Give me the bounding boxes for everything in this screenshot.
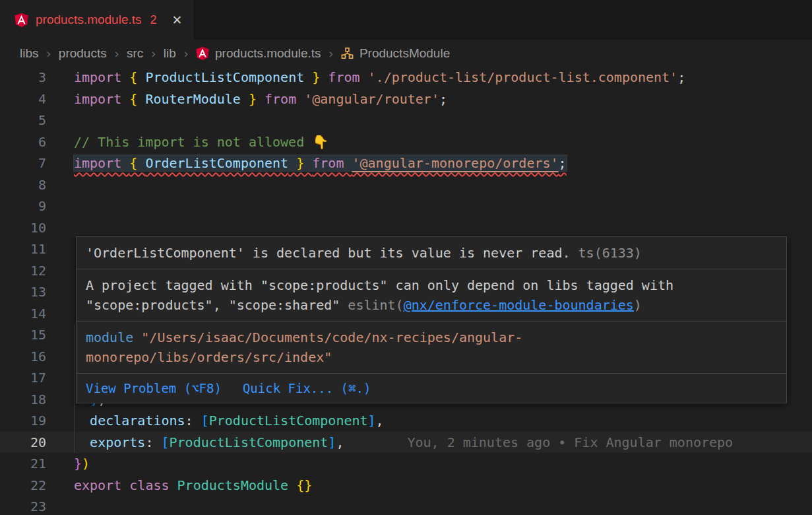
code-token: {: [129, 69, 145, 85]
breadcrumb-item-products-module-ts[interactable]: products.module.ts: [196, 46, 321, 61]
breadcrumb-item-src[interactable]: src: [127, 46, 143, 61]
code-token: exports: [90, 434, 145, 450]
hover-popup: 'OrderListComponent' is declared but its…: [76, 236, 787, 403]
code-content: [74, 195, 812, 217]
line-number[interactable]: 19: [0, 410, 46, 432]
line-number[interactable]: 22: [0, 475, 46, 497]
code-line-8[interactable]: 8: [0, 174, 812, 196]
tab-products-module[interactable]: products.module.ts 2 ✕: [0, 0, 195, 40]
close-icon[interactable]: ✕: [172, 13, 183, 27]
code-content: declarations: [ProductListComponent],: [74, 410, 812, 432]
code-line-21[interactable]: 21}): [0, 453, 812, 475]
hover-message-typescript: 'OrderListComponent' is declared but its…: [77, 237, 786, 269]
line-number[interactable]: 12: [0, 260, 46, 282]
code-token: ,: [376, 413, 384, 429]
editor: 3import { ProductListComponent } from '.…: [0, 67, 812, 515]
code-line-20[interactable]: 20 exports: [ProductListComponent],You, …: [0, 432, 812, 454]
line-number[interactable]: 6: [0, 131, 46, 153]
line-number[interactable]: 21: [0, 453, 46, 475]
indent-guide: [74, 432, 75, 454]
code-token: [74, 434, 90, 450]
hover-text: eslint(: [348, 297, 403, 313]
code-token: }: [74, 456, 82, 471]
code-token: ]: [328, 434, 336, 450]
hover-text-line: "scope:products", "scope:shared" eslint(…: [86, 295, 777, 315]
line-number[interactable]: 4: [0, 88, 46, 110]
hover-text: 'OrderListComponent' is declared but its…: [86, 245, 571, 261]
breadcrumb-label: src: [127, 46, 143, 61]
code-token: ProductsModule: [177, 477, 297, 493]
code-line-10[interactable]: 10: [0, 217, 812, 239]
indent-guide: [74, 410, 75, 432]
code-token: export: [74, 477, 129, 493]
breadcrumb-separator-icon: ›: [184, 46, 188, 61]
code-content: import { OrderListComponent } from '@ang…: [74, 153, 812, 174]
breadcrumb-label: libs: [20, 46, 39, 61]
line-number[interactable]: 17: [0, 367, 46, 389]
code-token: import: [74, 69, 129, 85]
code-line-9[interactable]: 9: [0, 195, 812, 217]
code-line-22[interactable]: 22export class ProductsModule {}: [0, 475, 812, 497]
hover-message-eslint: A project tagged with "scope:products" c…: [77, 269, 786, 322]
code-token: }: [241, 91, 265, 107]
code-token: {}: [296, 477, 312, 493]
angular-icon: [196, 47, 209, 60]
code-token: RouterModule: [145, 91, 241, 107]
hover-text: ts(6133): [571, 245, 642, 261]
line-number[interactable]: 13: [0, 281, 46, 303]
code-token: [: [161, 434, 169, 450]
code-content: // This import is not allowed 👇: [74, 131, 812, 153]
code-token: ProductListComponent: [145, 69, 304, 85]
line-number[interactable]: 10: [0, 217, 46, 239]
code-token: import: [74, 91, 129, 107]
hover-text: module: [86, 329, 141, 345]
breadcrumb-item-productsmodule[interactable]: ProductsModule: [341, 46, 450, 61]
code-line-23[interactable]: 23: [0, 496, 812, 515]
line-number[interactable]: 23: [0, 496, 46, 515]
line-number[interactable]: 8: [0, 174, 46, 196]
hover-actions: View Problem (⌥F8) Quick Fix... (⌘.): [77, 374, 786, 403]
code-token: }: [288, 155, 312, 171]
line-number[interactable]: 15: [0, 324, 46, 346]
code-line-7[interactable]: 7import { OrderListComponent } from '@an…: [0, 153, 812, 174]
code-line-5[interactable]: 5: [0, 110, 812, 131]
code-line-6[interactable]: 6// This import is not allowed 👇: [0, 131, 812, 153]
indent-guide: [74, 346, 75, 368]
git-blame-annotation: You, 2 minutes ago • Fix Angular monorep…: [407, 434, 733, 450]
hover-text: "/Users/isaac/Documents/code/nx-recipes/…: [141, 329, 522, 345]
code-token: {: [129, 155, 145, 171]
code-token: from: [265, 91, 304, 107]
line-number[interactable]: 16: [0, 346, 46, 368]
code-token: declarations: [90, 413, 185, 429]
breadcrumb-label: ProductsModule: [359, 46, 450, 61]
breadcrumb-item-lib[interactable]: lib: [164, 46, 176, 61]
quick-fix-link[interactable]: Quick Fix... (⌘.): [243, 379, 371, 397]
line-number[interactable]: 7: [0, 153, 46, 174]
code-token: from: [328, 69, 367, 85]
line-number[interactable]: 9: [0, 195, 46, 217]
code-line-4[interactable]: 4import { RouterModule } from '@angular/…: [0, 88, 812, 110]
line-number[interactable]: 3: [0, 67, 46, 88]
view-problem-link[interactable]: View Problem (⌥F8): [86, 379, 222, 397]
code-content: [74, 110, 812, 131]
code-token: '@angular-monorepo/orders': [352, 155, 558, 171]
hover-text: A project tagged with "scope:products" c…: [86, 277, 673, 293]
code-line-19[interactable]: 19 declarations: [ProductListComponent],: [0, 410, 812, 432]
error-underlined-statement: import { OrderListComponent } from '@ang…: [74, 155, 567, 171]
line-number[interactable]: 14: [0, 303, 46, 325]
line-number[interactable]: 18: [0, 389, 46, 411]
breadcrumb: libs›products›src›lib›products.module.ts…: [0, 40, 812, 67]
code-token: :: [145, 434, 161, 450]
breadcrumb-item-libs[interactable]: libs: [20, 46, 39, 61]
code-token: ;: [559, 155, 567, 171]
angular-icon: [15, 13, 28, 27]
hover-text: ): [634, 297, 642, 313]
code-token: import: [74, 155, 129, 171]
line-number[interactable]: 11: [0, 238, 46, 260]
code-token: './product-list/product-list.component': [368, 69, 678, 85]
eslint-rule-link[interactable]: @nx/enforce-module-boundaries: [404, 297, 634, 313]
code-line-3[interactable]: 3import { ProductListComponent } from '.…: [0, 67, 812, 88]
line-number[interactable]: 20: [0, 432, 46, 454]
breadcrumb-item-products[interactable]: products: [59, 46, 107, 61]
line-number[interactable]: 5: [0, 110, 46, 131]
